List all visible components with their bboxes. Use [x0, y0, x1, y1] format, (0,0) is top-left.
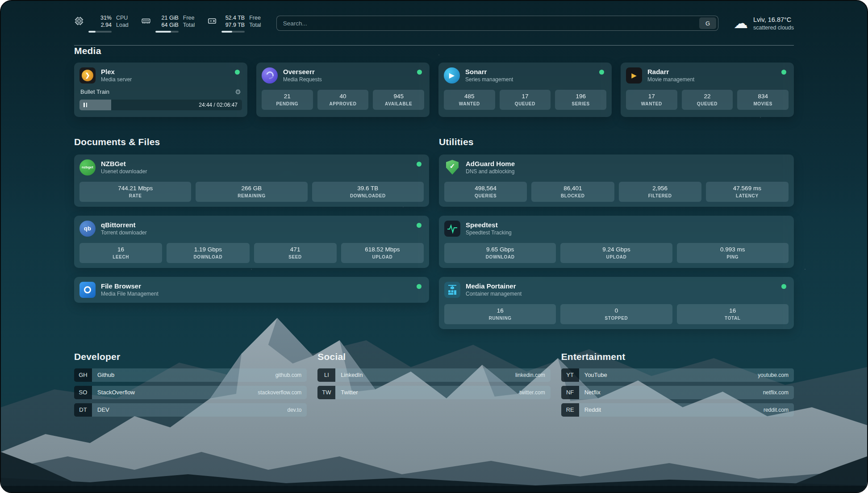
bookmark-stackoverflow[interactable]: SO StackOverflowstackoverflow.com [74, 386, 307, 399]
memory-bar-fill [155, 31, 171, 33]
bookmark-youtube[interactable]: YT YouTubeyoutube.com [561, 368, 794, 382]
bookmark-abbr: RE [561, 403, 579, 417]
cloud-icon: ☁ [734, 16, 748, 30]
service-desc: Series management [465, 76, 594, 83]
overseerr-stats: 21PENDING 40APPROVED 945AVAILABLE [262, 90, 424, 110]
card-overseerr: Overseerr Media Requests 21PENDING 40APP… [256, 63, 430, 117]
bookmark-linkedin[interactable]: LI LinkedInlinkedin.com [317, 368, 550, 382]
card-nzbget: nzbget NZBGet Usenet downloader 744.21 M… [74, 155, 429, 207]
disk-total: 97.9 TB [225, 21, 245, 29]
memory-label-bottom: Total [183, 21, 195, 29]
nzbget-titles: NZBGet Usenet downloader [101, 160, 411, 175]
stat-queued: 22QUEUED [682, 90, 733, 110]
service-desc: Media server [101, 76, 230, 83]
stat-movies: 834MOVIES [737, 90, 789, 110]
service-link-adguard[interactable]: ✓ AdGuard Home DNS and adblocking [444, 159, 789, 175]
disk-icon [207, 16, 217, 26]
service-link-sonarr[interactable]: ▶ Sonarr Series management [444, 67, 606, 84]
disk-bar-fill [221, 31, 232, 33]
card-qbittorrent: qb qBittorrent Torrent downloader 16LEEC… [74, 216, 429, 268]
stat-download: 1.19 GbpsDOWNLOAD [167, 243, 249, 263]
service-name: Media Portainer [466, 282, 776, 290]
memory-total: 64 GiB [162, 21, 179, 29]
stat-total: 16TOTAL [677, 304, 789, 324]
system-widgets: 31% 2.94 CPU Load 21 GiB [74, 14, 261, 33]
bookmark-url: linkedin.com [515, 372, 545, 378]
pause-icon[interactable] [83, 103, 87, 107]
service-name: Plex [101, 68, 230, 75]
memory-icon [141, 16, 151, 26]
gear-icon[interactable]: ⚙ [235, 88, 241, 96]
service-name: Radarr [647, 68, 776, 75]
speedtest-stats: 9.65 GbpsDOWNLOAD 9.24 GbpsUPLOAD 0.993 … [444, 243, 789, 263]
bookmark-twitter[interactable]: TW Twittertwitter.com [317, 386, 550, 399]
bookmark-abbr: NF [561, 386, 579, 399]
service-name: qBittorrent [101, 221, 411, 229]
section-heading-developer: Developer [74, 351, 307, 362]
service-link-nzbget[interactable]: nzbget NZBGet Usenet downloader [79, 159, 424, 175]
bookmark-dev[interactable]: DT DEVdev.to [74, 403, 307, 417]
disk-free: 52.4 TB [225, 14, 245, 21]
service-link-qbittorrent[interactable]: qb qBittorrent Torrent downloader [79, 221, 424, 237]
stat-rate: 744.21 MbpsRATE [79, 182, 191, 202]
cpu-bar [88, 31, 112, 33]
filebrowser-icon [79, 282, 96, 298]
memory-free: 21 GiB [162, 14, 179, 21]
service-link-overseerr[interactable]: Overseerr Media Requests [262, 67, 424, 84]
search-input[interactable] [277, 20, 699, 27]
bookmark-name: Netflix [584, 389, 601, 396]
bookmark-github[interactable]: GH Githubgithub.com [74, 368, 307, 382]
adguard-icon: ✓ [444, 159, 460, 175]
weather-text: Lviv, 16.87°C scattered clouds [753, 16, 794, 31]
section-heading-social: Social [317, 351, 550, 362]
stat-queued: 17QUEUED [500, 90, 551, 110]
middle-columns: Documents & Files nzbget NZBGet Usenet d… [74, 137, 794, 329]
entertainment-column: Entertainment YT YouTubeyoutube.com NF N… [561, 351, 794, 421]
stat-approved: 40APPROVED [317, 90, 369, 110]
stat-upload: 618.52 MbpsUPLOAD [341, 243, 424, 263]
speedtest-icon [444, 221, 460, 237]
disk-label-top: Free [249, 14, 261, 21]
service-name: Overseerr [283, 68, 412, 75]
stat-queries: 498,564QUERIES [444, 182, 527, 202]
service-link-plex[interactable]: ❯ Plex Media server [79, 67, 242, 84]
service-name: Speedtest [466, 221, 789, 229]
bookmark-abbr: LI [317, 368, 335, 382]
bookmark-name: Github [97, 372, 114, 378]
stat-remaining: 266 GBREMAINING [196, 182, 307, 202]
search-bar: G [276, 16, 718, 31]
radarr-stats: 17WANTED 22QUEUED 834MOVIES [626, 90, 789, 110]
service-desc: Usenet downloader [101, 168, 411, 175]
bookmarks-grid: Developer GH Githubgithub.com SO StackOv… [74, 351, 794, 421]
stat-running: 16RUNNING [444, 304, 556, 324]
service-link-filebrowser[interactable]: File Browser Media File Management [79, 282, 424, 298]
bookmark-name: Twitter [341, 389, 358, 396]
disk-values: 52.4 TB 97.9 TB [221, 14, 245, 33]
service-link-speedtest[interactable]: Speedtest Speedtest Tracking [444, 221, 789, 237]
bookmark-abbr: SO [74, 386, 92, 399]
qbittorrent-titles: qBittorrent Torrent downloader [101, 221, 411, 236]
qbittorrent-stats: 16LEECH 1.19 GbpsDOWNLOAD 471SEED 618.52… [79, 243, 424, 263]
bookmark-netflix[interactable]: NF Netflixnetflix.com [561, 386, 794, 399]
bookmark-name: Reddit [584, 406, 601, 413]
bookmark-url: netflix.com [763, 389, 789, 396]
weather-widget: ☁ Lviv, 16.87°C scattered clouds [734, 16, 794, 31]
plex-titles: Plex Media server [101, 68, 230, 83]
service-link-portainer[interactable]: Media Portainer Container management [444, 282, 789, 298]
radarr-icon: ▶ [626, 67, 642, 84]
cpu-load: 2.94 [101, 21, 112, 29]
status-dot [781, 284, 786, 289]
overseerr-titles: Overseerr Media Requests [283, 68, 412, 83]
disk-widget: 52.4 TB 97.9 TB Free Total [207, 14, 261, 33]
section-heading-utilities: Utilities [439, 137, 794, 147]
service-link-radarr[interactable]: ▶ Radarr Movie management [626, 67, 789, 84]
portainer-titles: Media Portainer Container management [466, 282, 776, 297]
bookmark-reddit[interactable]: RE Redditreddit.com [561, 403, 794, 417]
search-provider-button[interactable]: G [699, 17, 716, 29]
documents-column: Documents & Files nzbget NZBGet Usenet d… [74, 137, 429, 329]
snow-particles [1, 1, 2, 2]
adguard-stats: 498,564QUERIES 86,401BLOCKED 2,956FILTER… [444, 182, 789, 202]
service-desc: Movie management [647, 76, 776, 83]
service-name: AdGuard Home [466, 160, 789, 167]
cpu-icon [74, 16, 84, 26]
